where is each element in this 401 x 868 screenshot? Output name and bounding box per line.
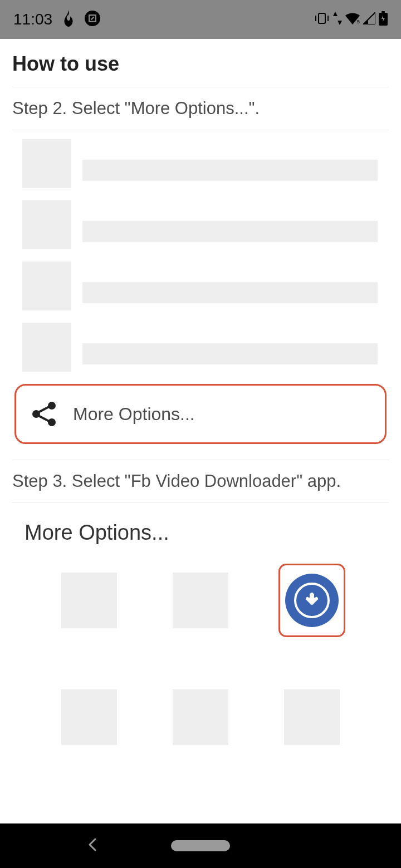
share-sheet-title: More Options... [0,503,401,567]
placeholder-bar [82,343,378,364]
step-2-text: Step 2. Select "More Options...". [0,87,401,130]
more-options-button[interactable]: More Options... [14,384,387,444]
app-placeholder [284,689,340,745]
signal-icon [363,12,375,27]
list-item [22,323,390,372]
app-placeholder [173,573,228,628]
list-item [22,262,390,310]
battery-icon [379,11,388,28]
fire-icon [61,10,76,29]
share-sheet-grid [0,567,401,751]
status-bar: 11:03 5 [0,0,401,39]
app-item[interactable] [278,684,345,751]
app-placeholder [61,689,117,745]
svg-point-9 [48,402,56,410]
svg-line-13 [38,416,49,421]
navigation-bar [0,823,401,868]
placeholder-square [22,323,71,372]
step-3-text: Step 3. Select "Fb Video Downloader" app… [0,460,401,502]
page-title: How to use [0,39,401,87]
vibrate-icon [314,12,330,27]
back-button[interactable] [86,837,99,855]
illustration-list [0,130,401,372]
placeholder-square [22,262,71,310]
app-item[interactable] [167,684,234,751]
placeholder-bar [82,282,378,303]
status-time: 11:03 [13,11,52,28]
svg-rect-7 [382,11,385,13]
svg-line-12 [38,407,49,412]
svg-point-11 [48,418,56,426]
app-placeholder [173,689,228,745]
placeholder-bar [82,160,378,181]
share-icon [31,400,58,428]
app-item[interactable] [56,567,123,634]
more-options-label: More Options... [73,404,195,425]
list-item [22,139,390,188]
status-bar-right: 5 [314,11,388,28]
highlight-frame [278,564,345,637]
svg-rect-3 [319,13,325,23]
wifi-icon: 5 [345,12,360,27]
list-item [22,200,390,249]
home-indicator[interactable] [171,840,230,851]
placeholder-bar [82,221,378,242]
data-icon [333,12,342,27]
svg-text:5: 5 [357,19,360,24]
app-item-highlighted[interactable] [278,567,345,634]
svg-rect-14 [310,594,314,601]
app-placeholder [61,573,117,628]
status-bar-left: 11:03 [13,10,100,29]
placeholder-square [22,139,71,188]
placeholder-square [22,200,71,249]
app-item[interactable] [56,684,123,751]
download-icon [285,574,339,627]
app-item[interactable] [167,567,234,634]
crop-icon [85,11,100,28]
